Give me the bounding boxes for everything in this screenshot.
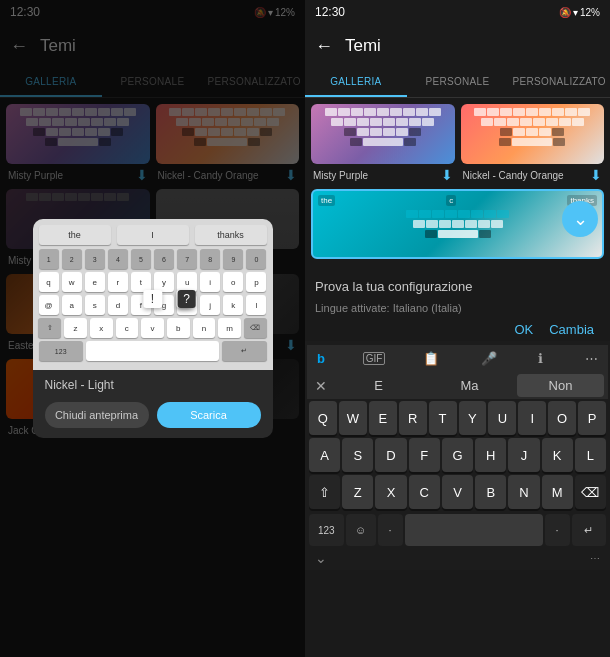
preview-overlay: the I thanks 1 2 3 4 5 6 7 8 9 0 — [0, 0, 305, 657]
swipe-suggestion: ! — [143, 290, 162, 308]
key-b[interactable]: B — [475, 475, 506, 509]
expand-theme-button[interactable]: ⌄ — [562, 201, 598, 237]
popup-title: Nickel - Light — [33, 370, 273, 396]
key-v[interactable]: V — [442, 475, 473, 509]
key-backspace[interactable]: ⌫ — [575, 475, 606, 509]
right-download-candy[interactable]: ⬇ — [590, 167, 602, 183]
kb-row-asdf: A S D F G H J K L — [309, 438, 606, 472]
key-y[interactable]: Y — [459, 401, 487, 435]
more-icon[interactable]: ⋯ — [581, 349, 602, 368]
gif-icon[interactable]: GIF — [363, 352, 386, 365]
collapse-keyboard-icon[interactable]: ⌄ — [315, 550, 327, 566]
voice-icon[interactable]: 🎤 — [477, 349, 501, 368]
kb-row-zxcv: ⇧ Z X C V B N M ⌫ — [309, 475, 606, 509]
key-u[interactable]: U — [488, 401, 516, 435]
prova-section: Prova la tua configurazione — [305, 271, 610, 298]
kb-suggestion-row: ✕ E Ma Non — [307, 372, 608, 399]
key-x[interactable]: X — [375, 475, 406, 509]
key-shift[interactable]: ⇧ — [309, 475, 340, 509]
key-l[interactable]: L — [575, 438, 606, 472]
tab-personalizzato-right[interactable]: PERSONALIZZATO — [508, 68, 610, 97]
key-w[interactable]: W — [339, 401, 367, 435]
key-emoji[interactable]: ☺ — [346, 514, 376, 546]
right-theme-row-1: Misty Purple ⬇ Nickel - Candy Orange ⬇ — [311, 104, 604, 183]
bing-icon[interactable]: b — [313, 349, 329, 368]
right-theme-preview-candy — [461, 104, 605, 164]
lingue-section: Lingue attivate: Italiano (Italia) — [305, 298, 610, 318]
close-suggestion-icon[interactable]: ✕ — [311, 376, 331, 396]
key-123[interactable]: 123 — [309, 514, 344, 546]
download-button[interactable]: Scarica — [157, 402, 261, 428]
ok-cambia-row: OK Cambia — [305, 318, 610, 341]
preview-popup: the I thanks 1 2 3 4 5 6 7 8 9 0 — [33, 219, 273, 438]
prova-label: Prova la tua configurazione — [315, 279, 473, 294]
lingue-label: Lingue attivate: Italiano (Italia) — [315, 302, 462, 314]
key-d[interactable]: D — [375, 438, 406, 472]
suggestion-e[interactable]: E — [335, 374, 422, 397]
kb-bottom-row: 123 ☺ · · ↵ — [307, 514, 608, 548]
suggestion-non[interactable]: Non — [517, 374, 604, 397]
key-enter[interactable]: ↵ — [572, 514, 607, 546]
right-signal-icon: 🔕 — [559, 7, 571, 18]
tab-galleria-right[interactable]: GALLERIA — [305, 68, 407, 97]
right-download-misty[interactable]: ⬇ — [441, 167, 453, 183]
right-status-bar: 12:30 🔕 ▾ 12% — [305, 0, 610, 24]
ok-button[interactable]: OK — [514, 322, 533, 337]
keyboard-area: b GIF 📋 🎤 ℹ ⋯ ✕ E Ma Non Q W E R T Y U I — [305, 341, 610, 570]
key-k[interactable]: K — [542, 438, 573, 472]
key-m[interactable]: M — [542, 475, 573, 509]
right-theme-name-misty: Misty Purple — [313, 170, 368, 181]
key-o[interactable]: O — [548, 401, 576, 435]
right-theme-preview-misty — [311, 104, 455, 164]
key-q[interactable]: Q — [309, 401, 337, 435]
right-battery-icon: 12% — [580, 7, 600, 18]
left-panel: 12:30 🔕 ▾ 12% ← Temi GALLERIA PERSONALE … — [0, 0, 305, 657]
suggestion-ma[interactable]: Ma — [426, 374, 513, 397]
right-wifi-icon: ▾ — [573, 7, 578, 18]
key-h[interactable]: H — [475, 438, 506, 472]
key-s[interactable]: S — [342, 438, 373, 472]
kb-top-bar: b GIF 📋 🎤 ℹ ⋯ — [307, 345, 608, 372]
right-theme-row-selected: thecthanks ⌄ — [311, 189, 604, 259]
cambia-button[interactable]: Cambia — [549, 322, 594, 337]
right-panel: 12:30 🔕 ▾ 12% ← Temi GALLERIA PERSONALE … — [305, 0, 610, 657]
right-tabs: GALLERIA PERSONALE PERSONALIZZATO — [305, 68, 610, 98]
tab-personale-right[interactable]: PERSONALE — [407, 68, 509, 97]
key-t[interactable]: T — [429, 401, 457, 435]
key-comma[interactable]: · — [378, 514, 403, 546]
right-theme-grid-top: Misty Purple ⬇ Nickel - Candy Orange ⬇ — [305, 98, 610, 271]
right-theme-selected[interactable]: thecthanks ⌄ — [311, 189, 604, 259]
key-j[interactable]: J — [508, 438, 539, 472]
clip-icon[interactable]: 📋 — [419, 349, 443, 368]
right-back-button[interactable]: ← — [315, 36, 333, 57]
key-n[interactable]: N — [508, 475, 539, 509]
right-time: 12:30 — [315, 5, 345, 19]
popup-keyboard-preview: the I thanks 1 2 3 4 5 6 7 8 9 0 — [33, 219, 273, 370]
key-i[interactable]: I — [518, 401, 546, 435]
key-e[interactable]: E — [369, 401, 397, 435]
right-theme-candy[interactable]: Nickel - Candy Orange ⬇ — [461, 104, 605, 183]
key-a[interactable]: A — [309, 438, 340, 472]
key-period[interactable]: · — [545, 514, 570, 546]
right-theme-name-candy: Nickel - Candy Orange — [463, 170, 564, 181]
kb-main-rows: Q W E R T Y U I O P A S D F G H J K L — [307, 399, 608, 514]
key-space[interactable] — [405, 514, 543, 546]
popup-buttons: Chiudi anteprima Scarica — [33, 396, 273, 438]
key-c[interactable]: C — [409, 475, 440, 509]
info-icon[interactable]: ℹ — [534, 349, 547, 368]
close-preview-button[interactable]: Chiudi anteprima — [45, 402, 149, 428]
right-page-title: Temi — [345, 36, 381, 56]
right-status-icons: 🔕 ▾ 12% — [559, 7, 600, 18]
swipe-suggestion-3: ? — [177, 290, 196, 308]
key-p[interactable]: P — [578, 401, 606, 435]
key-z[interactable]: Z — [342, 475, 373, 509]
right-theme-misty[interactable]: Misty Purple ⬇ — [311, 104, 455, 183]
kb-chevron-row: ⌄ ⋯ — [307, 548, 608, 568]
key-g[interactable]: G — [442, 438, 473, 472]
right-theme-preview-cyan: thecthanks — [311, 189, 604, 259]
keyboard-options-icon[interactable]: ⋯ — [590, 553, 600, 564]
key-r[interactable]: R — [399, 401, 427, 435]
kb-row-qwerty: Q W E R T Y U I O P — [309, 401, 606, 435]
right-header: ← Temi — [305, 24, 610, 68]
key-f[interactable]: F — [409, 438, 440, 472]
